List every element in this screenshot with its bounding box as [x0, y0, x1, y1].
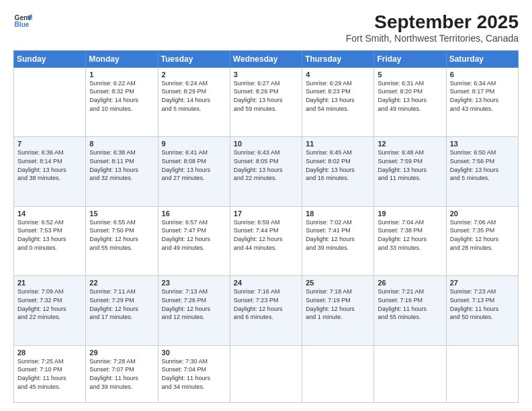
day-info: Sunrise: 6:52 AM Sunset: 7:53 PM Dayligh… — [17, 218, 82, 252]
weekday-header-tuesday: Tuesday — [158, 50, 230, 67]
day-number: 29 — [89, 349, 154, 357]
title-block: September 2025 Fort Smith, Northwest Ter… — [346, 12, 519, 44]
day-info: Sunrise: 7:11 AM Sunset: 7:29 PM Dayligh… — [89, 287, 154, 321]
svg-text:Blue: Blue — [15, 21, 30, 28]
calendar-week-3: 14Sunrise: 6:52 AM Sunset: 7:53 PM Dayli… — [14, 206, 519, 276]
day-info: Sunrise: 6:27 AM Sunset: 8:26 PM Dayligh… — [234, 79, 298, 113]
calendar-week-1: 1Sunrise: 6:22 AM Sunset: 8:32 PM Daylig… — [14, 67, 519, 137]
day-info: Sunrise: 7:30 AM Sunset: 7:04 PM Dayligh… — [162, 357, 226, 391]
day-number: 25 — [306, 279, 370, 287]
calendar-cell: 7Sunrise: 6:36 AM Sunset: 8:14 PM Daylig… — [14, 137, 86, 207]
day-info: Sunrise: 6:43 AM Sunset: 8:05 PM Dayligh… — [234, 148, 298, 182]
calendar-cell: 15Sunrise: 6:55 AM Sunset: 7:50 PM Dayli… — [86, 206, 158, 276]
day-number: 2 — [162, 71, 226, 79]
day-number: 7 — [17, 140, 82, 148]
weekday-header-sunday: Sunday — [14, 50, 86, 67]
calendar-cell: 21Sunrise: 7:09 AM Sunset: 7:32 PM Dayli… — [14, 276, 86, 346]
calendar-cell: 10Sunrise: 6:43 AM Sunset: 8:05 PM Dayli… — [230, 137, 302, 207]
calendar-cell: 17Sunrise: 6:59 AM Sunset: 7:44 PM Dayli… — [230, 206, 302, 276]
day-info: Sunrise: 6:50 AM Sunset: 7:56 PM Dayligh… — [450, 148, 515, 182]
day-number: 11 — [306, 140, 370, 148]
day-info: Sunrise: 6:45 AM Sunset: 8:02 PM Dayligh… — [306, 148, 370, 182]
day-info: Sunrise: 7:28 AM Sunset: 7:07 PM Dayligh… — [89, 357, 154, 391]
page-header: General Blue September 2025 Fort Smith, … — [13, 12, 519, 44]
calendar-cell: 22Sunrise: 7:11 AM Sunset: 7:29 PM Dayli… — [86, 276, 158, 346]
day-info: Sunrise: 6:24 AM Sunset: 8:29 PM Dayligh… — [162, 79, 226, 113]
day-info: Sunrise: 6:55 AM Sunset: 7:50 PM Dayligh… — [89, 218, 154, 252]
calendar-cell — [446, 345, 518, 402]
day-info: Sunrise: 7:18 AM Sunset: 7:19 PM Dayligh… — [306, 287, 370, 321]
day-number: 17 — [234, 210, 298, 218]
day-info: Sunrise: 7:25 AM Sunset: 7:10 PM Dayligh… — [17, 357, 82, 391]
calendar-cell: 9Sunrise: 6:41 AM Sunset: 8:08 PM Daylig… — [158, 137, 230, 207]
calendar-cell: 2Sunrise: 6:24 AM Sunset: 8:29 PM Daylig… — [158, 67, 230, 137]
day-number: 24 — [234, 279, 298, 287]
weekday-header-saturday: Saturday — [446, 50, 518, 67]
calendar-cell: 25Sunrise: 7:18 AM Sunset: 7:19 PM Dayli… — [302, 276, 374, 346]
day-info: Sunrise: 7:13 AM Sunset: 7:26 PM Dayligh… — [162, 287, 226, 321]
weekday-header-row: SundayMondayTuesdayWednesdayThursdayFrid… — [14, 50, 519, 67]
day-number: 23 — [162, 279, 226, 287]
day-info: Sunrise: 7:21 AM Sunset: 7:16 PM Dayligh… — [378, 287, 442, 321]
day-number: 10 — [234, 140, 298, 148]
day-number: 9 — [162, 140, 226, 148]
day-number: 20 — [450, 210, 515, 218]
logo-icon: General Blue — [13, 12, 32, 31]
day-info: Sunrise: 7:23 AM Sunset: 7:13 PM Dayligh… — [450, 287, 515, 321]
calendar-cell: 29Sunrise: 7:28 AM Sunset: 7:07 PM Dayli… — [86, 345, 158, 402]
day-number: 27 — [450, 279, 515, 287]
day-number: 22 — [89, 279, 154, 287]
day-number: 26 — [378, 279, 442, 287]
day-number: 1 — [89, 71, 154, 79]
calendar-cell: 19Sunrise: 7:04 AM Sunset: 7:38 PM Dayli… — [374, 206, 446, 276]
weekday-header-friday: Friday — [374, 50, 446, 67]
calendar-cell: 3Sunrise: 6:27 AM Sunset: 8:26 PM Daylig… — [230, 67, 302, 137]
calendar-cell: 28Sunrise: 7:25 AM Sunset: 7:10 PM Dayli… — [14, 345, 86, 402]
calendar-cell: 8Sunrise: 6:38 AM Sunset: 8:11 PM Daylig… — [86, 137, 158, 207]
calendar-cell — [302, 345, 374, 402]
day-info: Sunrise: 6:59 AM Sunset: 7:44 PM Dayligh… — [234, 218, 298, 252]
calendar-week-5: 28Sunrise: 7:25 AM Sunset: 7:10 PM Dayli… — [14, 345, 519, 402]
day-info: Sunrise: 7:06 AM Sunset: 7:35 PM Dayligh… — [450, 218, 515, 252]
day-number: 15 — [89, 210, 154, 218]
day-info: Sunrise: 6:57 AM Sunset: 7:47 PM Dayligh… — [162, 218, 226, 252]
weekday-header-monday: Monday — [86, 50, 158, 67]
calendar-cell: 24Sunrise: 7:16 AM Sunset: 7:23 PM Dayli… — [230, 276, 302, 346]
day-info: Sunrise: 6:31 AM Sunset: 8:20 PM Dayligh… — [378, 79, 442, 113]
calendar: SundayMondayTuesdayWednesdayThursdayFrid… — [13, 50, 519, 403]
calendar-cell: 30Sunrise: 7:30 AM Sunset: 7:04 PM Dayli… — [158, 345, 230, 402]
calendar-cell: 16Sunrise: 6:57 AM Sunset: 7:47 PM Dayli… — [158, 206, 230, 276]
day-info: Sunrise: 6:22 AM Sunset: 8:32 PM Dayligh… — [89, 79, 154, 113]
day-number: 19 — [378, 210, 442, 218]
calendar-cell: 6Sunrise: 6:34 AM Sunset: 8:17 PM Daylig… — [446, 67, 518, 137]
day-number: 16 — [162, 210, 226, 218]
calendar-table: SundayMondayTuesdayWednesdayThursdayFrid… — [13, 50, 519, 403]
calendar-week-4: 21Sunrise: 7:09 AM Sunset: 7:32 PM Dayli… — [14, 276, 519, 346]
calendar-cell: 20Sunrise: 7:06 AM Sunset: 7:35 PM Dayli… — [446, 206, 518, 276]
day-info: Sunrise: 7:16 AM Sunset: 7:23 PM Dayligh… — [234, 287, 298, 321]
calendar-cell: 27Sunrise: 7:23 AM Sunset: 7:13 PM Dayli… — [446, 276, 518, 346]
page-subtitle: Fort Smith, Northwest Territories, Canad… — [346, 33, 519, 44]
day-number: 14 — [17, 210, 82, 218]
day-info: Sunrise: 6:34 AM Sunset: 8:17 PM Dayligh… — [450, 79, 515, 113]
calendar-week-2: 7Sunrise: 6:36 AM Sunset: 8:14 PM Daylig… — [14, 137, 519, 207]
weekday-header-thursday: Thursday — [302, 50, 374, 67]
calendar-cell: 23Sunrise: 7:13 AM Sunset: 7:26 PM Dayli… — [158, 276, 230, 346]
day-number: 30 — [162, 349, 226, 357]
calendar-cell: 1Sunrise: 6:22 AM Sunset: 8:32 PM Daylig… — [86, 67, 158, 137]
day-number: 5 — [378, 71, 442, 79]
day-info: Sunrise: 6:48 AM Sunset: 7:59 PM Dayligh… — [378, 148, 442, 182]
calendar-cell: 14Sunrise: 6:52 AM Sunset: 7:53 PM Dayli… — [14, 206, 86, 276]
logo: General Blue — [13, 12, 32, 31]
day-info: Sunrise: 7:04 AM Sunset: 7:38 PM Dayligh… — [378, 218, 442, 252]
calendar-cell: 11Sunrise: 6:45 AM Sunset: 8:02 PM Dayli… — [302, 137, 374, 207]
day-number: 8 — [89, 140, 154, 148]
calendar-body: 1Sunrise: 6:22 AM Sunset: 8:32 PM Daylig… — [14, 67, 519, 402]
day-info: Sunrise: 6:36 AM Sunset: 8:14 PM Dayligh… — [17, 148, 82, 182]
calendar-cell: 13Sunrise: 6:50 AM Sunset: 7:56 PM Dayli… — [446, 137, 518, 207]
day-number: 18 — [306, 210, 370, 218]
day-info: Sunrise: 6:29 AM Sunset: 8:23 PM Dayligh… — [306, 79, 370, 113]
calendar-cell — [374, 345, 446, 402]
day-info: Sunrise: 6:41 AM Sunset: 8:08 PM Dayligh… — [162, 148, 226, 182]
day-info: Sunrise: 7:02 AM Sunset: 7:41 PM Dayligh… — [306, 218, 370, 252]
